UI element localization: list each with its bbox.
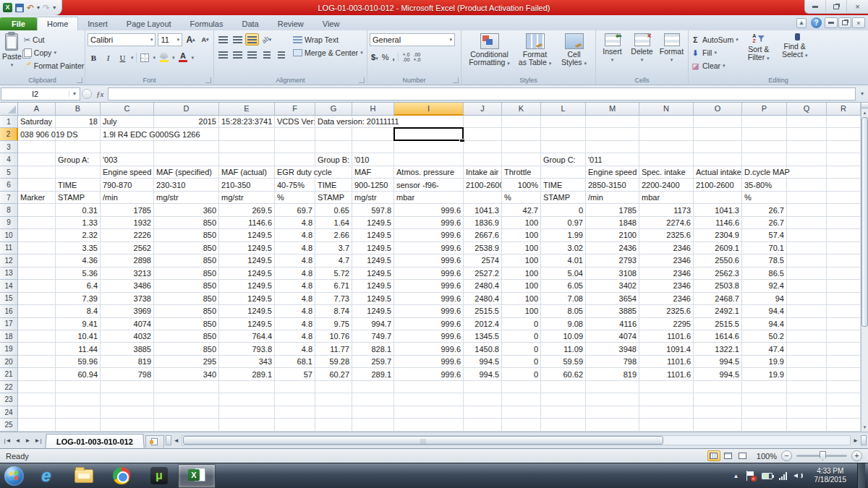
cell-P10[interactable]: 57.4 (742, 229, 787, 241)
cell-J24[interactable] (464, 406, 502, 419)
cell-styles-button[interactable]: CellStyles ▾ (558, 32, 590, 75)
cell-L1[interactable] (541, 116, 586, 128)
column-header-N[interactable]: N (639, 103, 694, 116)
cell-B9[interactable]: 1.33 (56, 217, 101, 229)
shrink-font-button[interactable]: A▾ (199, 33, 211, 46)
qat-customize-icon[interactable]: ▾ (53, 4, 56, 11)
cell-K1[interactable] (502, 116, 541, 128)
row-header-16[interactable]: 16 (0, 305, 18, 317)
cell-N22[interactable] (639, 381, 694, 393)
cell-H18[interactable]: 749.7 (352, 330, 394, 343)
cell-K19[interactable]: 0 (502, 343, 541, 355)
cell-A2[interactable]: 038 906 019 DS (18, 128, 56, 140)
cell-L12[interactable]: 4.01 (541, 254, 586, 267)
cell-L10[interactable]: 1.99 (541, 229, 586, 241)
cell-K11[interactable]: 100 (502, 242, 541, 254)
column-header-O[interactable]: O (694, 103, 742, 116)
cell-L5[interactable] (541, 166, 586, 179)
cell-P2[interactable] (742, 128, 787, 140)
cell-R14[interactable] (827, 280, 861, 292)
row-header-1[interactable]: 1 (0, 116, 18, 128)
cell-E12[interactable]: 1249.5 (219, 254, 275, 267)
row-header-5[interactable]: 5 (0, 166, 18, 179)
ribbon-tab-data[interactable]: Data (232, 17, 268, 30)
cell-C20[interactable]: 819 (101, 356, 154, 368)
cell-M19[interactable]: 3948 (586, 343, 639, 355)
cell-F13[interactable]: 4.8 (275, 267, 315, 280)
cell-H2[interactable] (352, 128, 394, 140)
taskbar-chrome[interactable] (103, 464, 140, 488)
cell-E21[interactable]: 289.1 (219, 368, 275, 380)
cell-J25[interactable] (464, 419, 502, 431)
cell-C7[interactable]: /min (101, 192, 154, 204)
cell-I24[interactable] (394, 406, 464, 419)
cell-O22[interactable] (694, 381, 742, 393)
cell-J7[interactable] (464, 192, 502, 204)
cell-I2[interactable] (394, 128, 464, 140)
cell-N1[interactable] (639, 116, 694, 128)
cell-H9[interactable]: 1249.5 (352, 217, 394, 229)
cell-J21[interactable]: 994.5 (464, 368, 502, 380)
cell-R11[interactable] (827, 242, 861, 254)
cell-J17[interactable]: 2012.4 (464, 318, 502, 330)
cell-M15[interactable]: 3654 (586, 293, 639, 305)
cell-J12[interactable]: 2574 (464, 254, 502, 267)
cell-P13[interactable]: 86.5 (742, 267, 787, 280)
cell-L16[interactable]: 8.05 (541, 305, 586, 317)
insert-cells-button[interactable]: ⬅ Insert▾ (598, 32, 626, 75)
cell-H12[interactable]: 1249.5 (352, 254, 394, 267)
cell-A23[interactable] (18, 393, 56, 406)
copy-button[interactable]: Copy▾ (24, 47, 84, 59)
cell-D10[interactable]: 850 (154, 229, 219, 241)
cell-M10[interactable]: 2100 (586, 229, 639, 241)
select-all-corner[interactable] (0, 103, 18, 116)
cell-D6[interactable]: 230-310 (154, 179, 219, 191)
ribbon-tab-file[interactable]: File (0, 17, 37, 30)
cell-I5[interactable]: Atmos. pressure (394, 166, 464, 179)
expand-formula-bar-icon[interactable]: ▾ (857, 90, 867, 97)
cell-C6[interactable]: 790-870 (101, 179, 154, 191)
battery-icon[interactable] (762, 473, 773, 479)
cell-P21[interactable]: 19.9 (742, 368, 787, 380)
cell-H11[interactable]: 1249.5 (352, 242, 394, 254)
number-dialog-launcher-icon[interactable] (453, 77, 459, 83)
cell-F16[interactable]: 4.8 (275, 305, 315, 317)
cell-N10[interactable]: 2325.6 (639, 229, 694, 241)
cell-A5[interactable] (18, 166, 56, 179)
cell-E3[interactable] (219, 141, 275, 153)
cell-J22[interactable] (464, 381, 502, 393)
cell-E1[interactable]: 15:28:23:3741 (219, 116, 275, 128)
row-header-12[interactable]: 12 (0, 254, 18, 267)
cell-R17[interactable] (827, 318, 861, 330)
cell-M1[interactable] (586, 116, 639, 128)
row-header-4[interactable]: 4 (0, 153, 18, 166)
format-painter-button[interactable]: Format Painter (24, 60, 84, 72)
cell-B12[interactable]: 4.36 (56, 254, 101, 267)
cell-F25[interactable] (275, 419, 315, 431)
taskbar-clock[interactable]: 4:33 PM 7/18/2015 (810, 467, 851, 484)
bold-button[interactable]: B (88, 51, 100, 64)
cell-C1[interactable]: July (101, 116, 154, 128)
cell-B24[interactable] (56, 406, 101, 419)
tab-split-handle[interactable] (166, 435, 171, 445)
cell-J3[interactable] (464, 141, 502, 153)
column-header-A[interactable]: A (18, 103, 56, 116)
cell-N16[interactable]: 2325.6 (639, 305, 694, 317)
zoom-slider-thumb[interactable] (820, 451, 826, 461)
cell-A13[interactable] (18, 267, 56, 280)
cell-F8[interactable]: 69.7 (275, 204, 315, 216)
comma-style-button[interactable]: , (392, 53, 394, 61)
cell-H6[interactable]: 900-1250 (352, 179, 394, 191)
cell-E8[interactable]: 269.5 (219, 204, 275, 216)
row-header-13[interactable]: 13 (0, 267, 18, 280)
tray-expand-icon[interactable]: ▲ (733, 473, 739, 479)
cell-A19[interactable] (18, 343, 56, 355)
cell-C19[interactable]: 3885 (101, 343, 154, 355)
cell-D3[interactable] (154, 141, 219, 153)
cell-A11[interactable] (18, 242, 56, 254)
cell-C5[interactable]: Engine speed (101, 166, 154, 179)
column-header-L[interactable]: L (541, 103, 586, 116)
cell-J8[interactable]: 1041.3 (464, 204, 502, 216)
cell-D14[interactable]: 850 (154, 280, 219, 292)
ribbon-tab-view[interactable]: View (313, 17, 349, 30)
